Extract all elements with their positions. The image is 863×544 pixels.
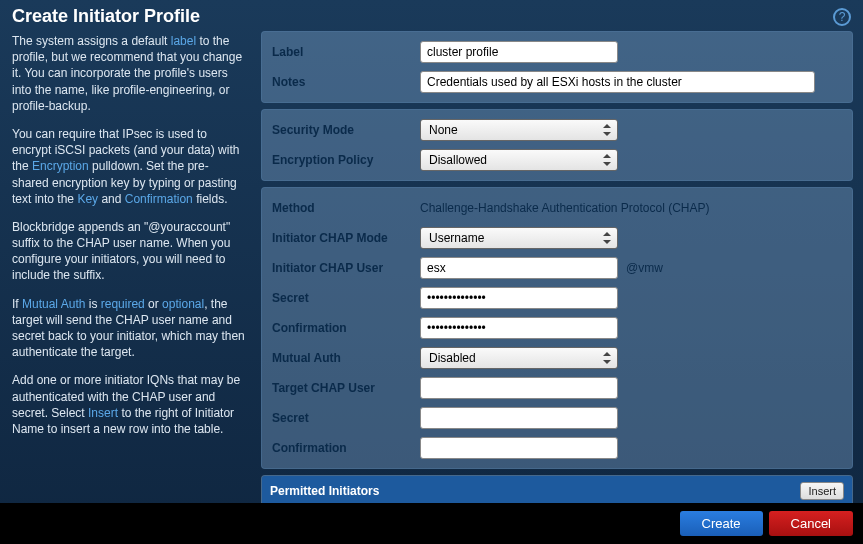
desc-paragraph-4: If Mutual Auth is required or optional, …: [12, 296, 245, 361]
cancel-button[interactable]: Cancel: [769, 511, 853, 536]
dialog-header: Create Initiator Profile ?: [0, 0, 863, 29]
link-encryption[interactable]: Encryption: [32, 159, 89, 173]
label-security-mode: Security Mode: [272, 123, 420, 137]
link-label[interactable]: label: [171, 34, 196, 48]
label-encryption-policy: Encryption Policy: [272, 153, 420, 167]
dialog-body: The system assigns a default label to th…: [0, 29, 863, 503]
link-optional[interactable]: optional: [162, 297, 204, 311]
dialog-footer: Create Cancel: [0, 503, 863, 544]
mutual-auth-select[interactable]: Disabled: [420, 347, 618, 369]
link-mutual-auth[interactable]: Mutual Auth: [22, 297, 85, 311]
label-target-chap-user: Target CHAP User: [272, 381, 420, 395]
link-required[interactable]: required: [101, 297, 145, 311]
label-label: Label: [272, 45, 420, 59]
label-initiator-chap-mode: Initiator CHAP Mode: [272, 231, 420, 245]
target-chap-user-input[interactable]: [420, 377, 618, 399]
label-notes: Notes: [272, 75, 420, 89]
help-icon[interactable]: ?: [833, 8, 851, 26]
desc-paragraph-5: Add one or more initiator IQNs that may …: [12, 372, 245, 437]
target-secret-input[interactable]: [420, 407, 618, 429]
confirmation-input[interactable]: [420, 317, 618, 339]
label-confirmation: Confirmation: [272, 321, 420, 335]
create-initiator-profile-dialog: Create Initiator Profile ? The system as…: [0, 0, 863, 544]
section-chap: Method Challenge-Handshake Authenticatio…: [261, 187, 853, 469]
dialog-title: Create Initiator Profile: [12, 6, 851, 27]
description-panel: The system assigns a default label to th…: [0, 29, 255, 503]
security-mode-select[interactable]: None: [420, 119, 618, 141]
create-button[interactable]: Create: [680, 511, 763, 536]
section-basic: Label Notes: [261, 31, 853, 103]
link-key[interactable]: Key: [77, 192, 98, 206]
desc-paragraph-1: The system assigns a default label to th…: [12, 33, 245, 114]
link-insert[interactable]: Insert: [88, 406, 118, 420]
chap-user-suffix: @vmw: [626, 261, 663, 275]
secret-input[interactable]: [420, 287, 618, 309]
desc-paragraph-3: Blockbridge appends an "@youraccount" su…: [12, 219, 245, 284]
method-value: Challenge-Handshake Authentication Proto…: [420, 201, 710, 215]
section-security: Security Mode None Encryption Policy Dis…: [261, 109, 853, 181]
insert-button[interactable]: Insert: [800, 482, 844, 500]
label-mutual-auth: Mutual Auth: [272, 351, 420, 365]
target-confirmation-input[interactable]: [420, 437, 618, 459]
notes-input[interactable]: [420, 71, 815, 93]
label-input[interactable]: [420, 41, 618, 63]
link-confirmation[interactable]: Confirmation: [125, 192, 193, 206]
permitted-initiators-title: Permitted Initiators: [270, 484, 379, 498]
label-secret: Secret: [272, 291, 420, 305]
encryption-policy-select[interactable]: Disallowed: [420, 149, 618, 171]
label-target-confirmation: Confirmation: [272, 441, 420, 455]
label-target-secret: Secret: [272, 411, 420, 425]
initiator-chap-mode-select[interactable]: Username: [420, 227, 618, 249]
label-method: Method: [272, 201, 420, 215]
initiator-chap-user-input[interactable]: [420, 257, 618, 279]
form-panel: Label Notes Security Mode None: [255, 29, 863, 503]
section-permitted-initiators: Permitted Initiators Insert Delete: [261, 475, 853, 503]
desc-paragraph-2: You can require that IPsec is used to en…: [12, 126, 245, 207]
label-initiator-chap-user: Initiator CHAP User: [272, 261, 420, 275]
permitted-initiators-header: Permitted Initiators Insert: [262, 476, 852, 503]
